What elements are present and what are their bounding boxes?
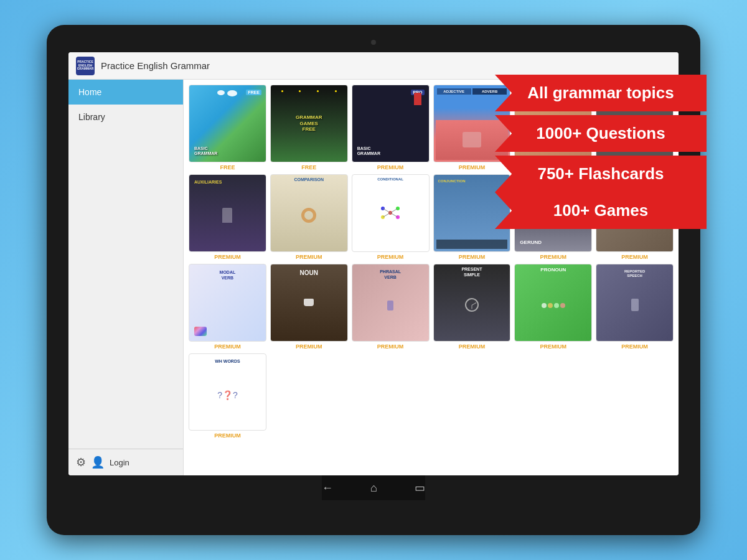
thumb-conditional: CONDITIONAL (352, 174, 430, 252)
sidebar-bottom: ⚙ 👤 Login (68, 449, 183, 475)
svg-line-8 (390, 213, 398, 217)
reported-speech-label: REPORTEDSPEECH (599, 269, 670, 279)
label-wh-words: PREMIUM (214, 432, 241, 439)
grid-item-conditional[interactable]: CONDITIONAL (352, 174, 430, 260)
banner-flashcards: 750+ Flashcards (495, 156, 707, 192)
sidebar: Home Library ⚙ 👤 Login (68, 80, 184, 475)
thumb-auxiliaries: AUXILIARIES (189, 174, 266, 252)
home-button[interactable]: ⌂ (370, 482, 377, 495)
label-basic-grammar-pro: PREMIUM (377, 164, 404, 170)
label-auxiliaries: PREMIUM (214, 254, 241, 260)
label-gerund: PREMIUM (540, 254, 566, 260)
sidebar-item-library[interactable]: Library (68, 105, 183, 129)
banner-questions: 1000+ Questions (495, 115, 707, 152)
tablet-top-bar (65, 36, 682, 50)
modal-verb-label: MODALVERB (192, 269, 263, 281)
label-row2-6: PREMIUM (621, 254, 648, 260)
label-reported-speech: PREMIUM (621, 343, 648, 350)
wh-words-label: WH WORDS (192, 359, 263, 363)
thumb-comparison: COMPARISON (270, 174, 348, 252)
grid-item-modal-verb[interactable]: MODALVERB PREMIUM (189, 264, 266, 350)
grid-item-pronoun[interactable]: PRONOUN PREMIUM (514, 264, 592, 350)
adjective-label: ADJECTIVE (437, 88, 471, 95)
label-noun: PREMIUM (296, 343, 322, 350)
grid-item-grammar-games[interactable]: GRAMMARGAMESFREE FREE (270, 85, 348, 170)
thumb-pronoun: PRONOUN (514, 264, 592, 342)
grid-item-auxiliaries[interactable]: AUXILIARIES PREMIUM (189, 174, 266, 260)
back-button[interactable]: ← (322, 482, 333, 495)
grid-item-present-simple[interactable]: PRESENTSIMPLE PREMIUM (433, 264, 511, 350)
label-modal-verb: PREMIUM (214, 343, 241, 350)
user-icon[interactable]: 👤 (91, 455, 105, 469)
banners-container: All grammar topics 1000+ Questions 750+ … (495, 75, 707, 229)
thumb-wh-words: WH WORDS ?❓? (189, 353, 266, 431)
present-simple-label: PRESENTSIMPLE (434, 266, 510, 278)
comparison-label: COMPARISON (271, 177, 347, 182)
thumb-phrasal-verb: PHRASALVERB (352, 264, 430, 342)
android-nav-bar: ← ⌂ ▭ (322, 475, 425, 500)
recent-apps-button[interactable]: ▭ (415, 481, 425, 495)
label-pronoun: PREMIUM (540, 343, 566, 350)
grid-item-basic-grammar-pro[interactable]: PRO BASICGRAMMAR PREMIUM (352, 85, 430, 170)
gerund-label: GERUND (520, 240, 542, 245)
label-conjunction: PREMIUM (459, 254, 486, 260)
grid-item-noun[interactable]: NOUN PREMIUM (270, 264, 348, 350)
thumb-reported-speech: REPORTEDSPEECH (596, 264, 674, 342)
banner-games: 100+ Games (495, 192, 707, 229)
thumb-basic-grammar-free: FREE BASICGRAMMAR (189, 85, 266, 162)
grid-item-phrasal-verb[interactable]: PHRASALVERB PREMIUM (352, 264, 430, 350)
label-grammar-games: FREE (301, 164, 316, 170)
thumb-modal-verb: MODALVERB (189, 264, 266, 342)
app-title: Practice English Grammar (101, 60, 210, 71)
grid-item-basic-grammar-free[interactable]: FREE BASICGRAMMAR F (189, 85, 266, 170)
label-comparison: PREMIUM (296, 254, 322, 260)
svg-line-7 (383, 213, 390, 217)
app-logo: PRACTICEENGLISHGRAMMAR (76, 57, 95, 75)
label-conditional: PREMIUM (377, 254, 404, 260)
tablet-shell: All grammar topics 1000+ Questions 750+ … (47, 25, 700, 535)
settings-icon[interactable]: ⚙ (76, 455, 86, 469)
banner-grammar-topics: All grammar topics (495, 75, 707, 111)
auxiliaries-label: AUXILIARIES (194, 180, 222, 184)
label-adjective-adverb: PREMIUM (459, 164, 486, 170)
login-button[interactable]: Login (110, 458, 129, 467)
grid-item-wh-words[interactable]: WH WORDS ?❓? PREMIUM (189, 353, 266, 439)
pronoun-label: PRONOUN (515, 267, 591, 273)
phrasal-verb-label: PHRASALVERB (355, 269, 426, 280)
thumb-basic-grammar-pro: PRO BASICGRAMMAR (352, 85, 430, 162)
noun-label: NOUN (273, 269, 345, 276)
thumb-present-simple: PRESENTSIMPLE (433, 264, 511, 342)
grid-item-reported-speech[interactable]: REPORTEDSPEECH PREMIUM (596, 264, 674, 350)
label-basic-grammar-free: FREE (220, 164, 235, 170)
label-phrasal-verb: PREMIUM (377, 343, 404, 350)
sidebar-item-home[interactable]: Home (68, 80, 183, 105)
label-present-simple: PREMIUM (459, 343, 486, 350)
thumb-grammar-games: GRAMMARGAMESFREE (270, 85, 348, 162)
svg-line-6 (390, 208, 398, 213)
grid-item-comparison[interactable]: COMPARISON PREMIUM (270, 174, 348, 260)
svg-line-5 (383, 208, 390, 213)
camera-icon (371, 40, 376, 45)
thumb-noun: NOUN (270, 264, 348, 342)
conjunction-label: CONJUNCTION (438, 179, 466, 183)
conditional-label: CONDITIONAL (352, 177, 429, 181)
